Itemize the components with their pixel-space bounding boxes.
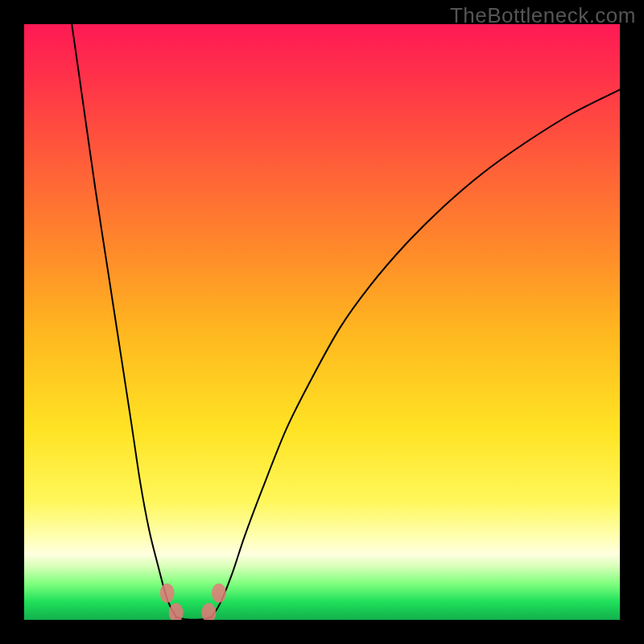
curve-marker	[212, 584, 226, 603]
plot-area	[24, 24, 620, 620]
curve-marker	[201, 603, 216, 620]
curve-marker	[169, 603, 184, 620]
curve-layer	[72, 24, 620, 620]
bottleneck-curve	[72, 24, 620, 620]
curve-marker	[160, 584, 175, 603]
chart-stage: TheBottleneck.com	[0, 0, 644, 644]
watermark-text: TheBottleneck.com	[450, 3, 636, 28]
curve-svg	[24, 24, 620, 620]
marker-layer	[160, 584, 226, 620]
